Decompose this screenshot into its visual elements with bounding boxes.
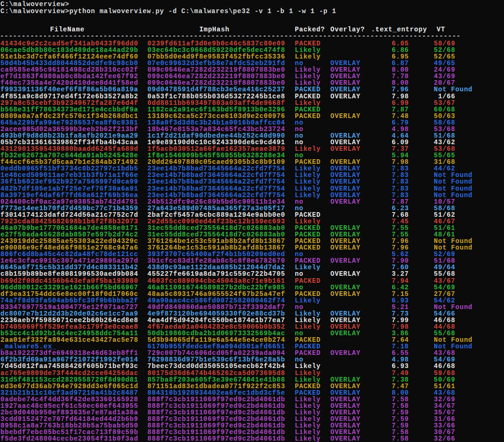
imphash-cell: 4e9f873120be694059330f02e88cd37b bbox=[147, 310, 285, 317]
imphash-cell: 23ee14b7b8bad73645664a22cfd7f754 bbox=[147, 172, 285, 178]
filename-cell: 74a7f8d93fa504ab6bfc30f9b6bbba2f bbox=[0, 297, 138, 304]
packed-cell: Likely bbox=[295, 376, 321, 383]
overlay-cell: OVERLAY bbox=[330, 350, 360, 356]
imphash-cell: 3761264be1c53c591ab8b2afd8b13867 bbox=[147, 238, 285, 244]
imphash-cell: 13189c62ca5c273cce6103d9e2c00976 bbox=[147, 113, 285, 119]
entropy-cell: 7.83 bbox=[392, 192, 409, 199]
imphash-cell: 07bb5d0e4d9f8e9583f452fbfcc35336 bbox=[147, 53, 285, 60]
entropy-cell: 6.79 bbox=[392, 119, 409, 126]
table-row: 8958c1a8a7763b18bb28b5a75bab5d50888f7c3c… bbox=[0, 422, 504, 429]
imphash-cell: 80175d36d6474b465262ca5d073695d8 bbox=[147, 370, 285, 376]
entropy-cell: 4.98 bbox=[392, 356, 409, 363]
table-row: ed3e677d36ab794e7929dd3e6f065c1d871151ad… bbox=[0, 383, 504, 390]
entropy-cell: 7.87 bbox=[392, 106, 409, 113]
entropy-cell: 7.96 bbox=[392, 244, 409, 251]
entropy-cell: 4.98 bbox=[392, 126, 409, 133]
filename-cell: e90086e9cf48ed66f9851e2768c947a6 bbox=[0, 244, 138, 251]
overlay-cell: OVERLAY bbox=[330, 86, 360, 93]
entropy-cell: 4.64 bbox=[392, 133, 409, 139]
filename-cell: 6f2b3fd69a91a967f21072f1992fe014 bbox=[0, 356, 138, 363]
vt-cell: 52/68 bbox=[434, 47, 455, 53]
vt-cell: 44/62 bbox=[434, 165, 455, 172]
filename-cell: 06cae5db8b80c183d489de18a44ad29b bbox=[0, 47, 138, 53]
table-row: 43129013595430880baadd6245fa689d1f5acb03… bbox=[0, 146, 504, 152]
overlay-cell: OVERLAY bbox=[330, 80, 360, 86]
entropy-cell: 6.23 bbox=[392, 205, 409, 212]
table-row: 493b0f9d8d8b23b1fa8afb2021e9aa291c1f2d21… bbox=[0, 133, 504, 139]
packed-cell: PACKED bbox=[295, 383, 321, 390]
filename-cell: f5de3fd248004cecbe23054f31b0f3ad bbox=[0, 435, 138, 442]
packed-cell: PACKED bbox=[295, 86, 321, 93]
vt-cell: 53/68 bbox=[434, 126, 455, 133]
imphash-cell: 23ee14b7b8bad73645664a22cfd7f754 bbox=[147, 165, 285, 172]
imphash-cell: 4ea4df5d94204fc550be1874e1b77ea7 bbox=[147, 317, 285, 324]
overlay-cell: OVERLAY bbox=[330, 383, 360, 390]
packed-cell: Likely bbox=[295, 297, 321, 304]
entropy-cell: 7.58 bbox=[392, 435, 409, 442]
vt-cell: 32/66 bbox=[434, 435, 455, 442]
table-row: 1927aac48c95ecf61c50ec60ef643955888f7c3c… bbox=[0, 403, 504, 409]
imphash-cell: 888f7c3cb1911069f97ed9c2bd4061db bbox=[147, 435, 285, 442]
entropy-cell: 7.83 bbox=[392, 165, 409, 172]
imphash-cell: 1f5acb030512a66fae162357aeae3879 bbox=[147, 146, 285, 152]
table-row: 482b7df105e1ab7f25e7ef76f30a6a9123ee14b7… bbox=[0, 185, 504, 192]
terminal-screen[interactable]: C:\malwoverview> C:\malwoverview>python … bbox=[0, 0, 504, 442]
overlay-cell: OVERLAY bbox=[330, 435, 360, 442]
filename-cell: 0eddb0965f51bf3734c0b22797c1bdb5 bbox=[0, 165, 138, 172]
packed-cell: no bbox=[295, 119, 303, 126]
imphash-cell: 099c0646ea7282d232219f8807883be0 bbox=[147, 80, 285, 86]
filename-cell: 482b7df105e1ab7f25e7ef76f30a6a91 bbox=[0, 185, 138, 192]
table-row: b568e31ff78634373ed171e4ccbbdf9a1182ca2a… bbox=[0, 106, 504, 113]
column-header-entropy: .text_entropy bbox=[371, 26, 427, 33]
overlay-cell: OVERLAY bbox=[330, 133, 360, 139]
imphash-cell: 1e9e89190d0c10c6243390de6c9cd491 bbox=[147, 139, 285, 146]
packed-cell: no bbox=[295, 356, 303, 363]
table-row: _malware5.ex_6170b955fdedc6ef8a094d501af… bbox=[0, 343, 504, 350]
overlay-cell: OVERLAY bbox=[330, 192, 360, 199]
vt-cell: 51/68 bbox=[434, 133, 455, 139]
filename-cell: f44ccf6e5b37d5caa7b1e284ab371492 bbox=[0, 159, 138, 165]
entropy-cell: 7.96 bbox=[392, 86, 409, 93]
packed-cell: Likely bbox=[295, 218, 321, 225]
entropy-cell: 8.00 bbox=[392, 66, 409, 73]
imphash-cell: 888f7c3cb1911069f97ed9c2bd4061db bbox=[147, 416, 285, 422]
packed-cell: Likely bbox=[295, 165, 321, 172]
filename-cell: 1927aac48c95ecf61c50ec60ef643955 bbox=[0, 403, 138, 409]
vt-cell: Not Found bbox=[434, 343, 473, 350]
filename-cell: 806fc6d8ba45c4c82da48fc78de121cc bbox=[0, 251, 138, 258]
entropy-cell: 6.09 bbox=[392, 139, 409, 146]
imphash-cell: 888f7c3cb1911069f97ed9c2bd4061db bbox=[147, 429, 285, 435]
overlay-cell: OVERLAY bbox=[330, 284, 360, 291]
vt-cell: Not Found bbox=[434, 304, 473, 310]
filename-cell: 51e1bc3d7cfa6f466f12124eee74df60 bbox=[0, 53, 138, 60]
vt-cell: 43/68 bbox=[434, 390, 455, 396]
overlay-cell: OVERLAY bbox=[330, 66, 360, 73]
filename-cell: b8a1922273dfe6949318e46d63eb8ff1 bbox=[0, 350, 138, 356]
table-row: 2acee985d02a36599b3eeb2b62f213bf18b467e8… bbox=[0, 126, 504, 133]
table-row: 7d45d012faa74588426f605b71bef93c7beec73d… bbox=[0, 363, 504, 369]
table-row: 2aa01ef332fa894e631ce43427ac5e785d3b9406… bbox=[0, 337, 504, 343]
entropy-cell: 7.45 bbox=[392, 218, 409, 225]
vt-cell: 46/67 bbox=[434, 218, 455, 225]
packed-cell: Likely bbox=[295, 47, 321, 53]
table-row: b53cc4c1d92b14c4ec24958ddc754a1150db1986… bbox=[0, 330, 504, 337]
vt-cell: 50/69 bbox=[434, 376, 455, 383]
overlay-cell: OVERLAY bbox=[330, 291, 360, 297]
packed-cell: PACKED bbox=[295, 93, 321, 100]
table-row: 06cae5db8b80c183d489de18a44ad29b03ec64bc… bbox=[0, 47, 504, 53]
entropy-cell: 6.55 bbox=[392, 350, 409, 356]
table-row: 6645a6f715c5b31dd377d4c883311b42438d9c93… bbox=[0, 264, 504, 271]
table-row: 0809a0a7afdc23fc570c1f34b268dbc113189c62… bbox=[0, 113, 504, 119]
entropy-cell: 6.93 bbox=[392, 363, 409, 369]
filename-cell: 1e48ced509011ae7eb31b3fb71a1f66e bbox=[0, 172, 138, 178]
table-row: f5de3fd248004cecbe23054f31b0f3ad888f7c3c… bbox=[0, 435, 504, 442]
table-row: 321b21b11c10cf3ad97210a41b2c8487884310b1… bbox=[0, 390, 504, 396]
imphash-cell: 0a53f1c788b055b036d53272245b1ce8 bbox=[147, 93, 285, 100]
entropy-cell: 7.83 bbox=[392, 178, 409, 185]
overlay-cell: OVERLAY bbox=[330, 185, 360, 192]
vt-cell: 43/62 bbox=[434, 139, 455, 146]
imphash-cell: 0239fd611af3d0e9b0c46c5837c80e09 bbox=[147, 40, 285, 47]
imphash-cell: 857ba8f203a605f3e39e674041e41b08 bbox=[147, 376, 285, 383]
overlay-cell: OVERLAY bbox=[330, 238, 360, 244]
table-row: 36f1b6023ef952b927a7565997d9ca9923ee14b7… bbox=[0, 178, 504, 185]
